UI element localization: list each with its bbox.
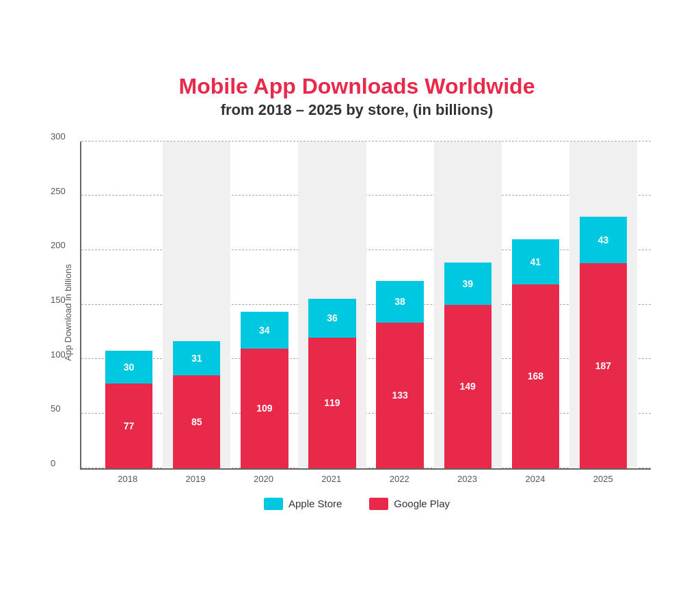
bar-google: 187 — [580, 263, 627, 468]
bar-apple: 41 — [512, 239, 559, 284]
legend-google: Google Play — [369, 498, 450, 510]
chart-title-sub: from 2018 – 2025 by store, (in billions) — [63, 100, 651, 121]
legend-apple-color — [264, 498, 283, 510]
x-tick-label: 2024 — [501, 474, 569, 484]
bar-apple: 38 — [376, 281, 423, 323]
bar-apple: 31 — [173, 341, 220, 375]
x-tick-label: 2021 — [297, 474, 365, 484]
chart-title: Mobile App Downloads Worldwide from 2018… — [63, 73, 651, 120]
legend: Apple Store Google Play — [63, 498, 651, 510]
chart-title-main: Mobile App Downloads Worldwide — [63, 73, 651, 99]
y-tick-label: 0 — [51, 458, 55, 468]
bar-group: 7730 — [95, 142, 163, 468]
legend-google-label: Google Play — [394, 498, 450, 509]
bar-google: 133 — [376, 323, 423, 468]
bar-google: 77 — [105, 384, 152, 468]
bar-group: 18743 — [569, 142, 637, 468]
bar-apple: 39 — [444, 263, 492, 305]
chart-plot: 050100150200250300 773085311093411936133… — [80, 142, 651, 484]
bar-stack: 13338 — [376, 281, 423, 468]
bar-stack: 11936 — [308, 299, 355, 468]
bars-container: 77308531109341193613338149391684118743 — [81, 142, 651, 468]
grid-area: 050100150200250300 773085311093411936133… — [80, 142, 651, 470]
bar-stack: 7730 — [105, 351, 152, 468]
y-tick-label: 50 — [51, 403, 60, 414]
bar-google: 119 — [308, 338, 355, 468]
x-tick-label: 2025 — [569, 474, 637, 484]
bar-google: 149 — [444, 305, 492, 468]
y-tick-label: 300 — [51, 131, 66, 142]
bar-google: 109 — [241, 349, 288, 468]
y-tick-label: 150 — [51, 295, 66, 305]
bar-group: 16841 — [502, 142, 569, 468]
legend-apple: Apple Store — [264, 498, 342, 510]
bar-apple: 43 — [580, 217, 627, 264]
x-tick-label: 2018 — [94, 474, 161, 484]
x-tick-label: 2020 — [230, 474, 297, 484]
legend-apple-label: Apple Store — [288, 498, 342, 509]
bar-apple: 30 — [105, 351, 152, 384]
bar-google: 85 — [173, 375, 220, 468]
legend-google-color — [369, 498, 388, 510]
x-tick-label: 2023 — [433, 474, 501, 484]
bar-stack: 18743 — [580, 217, 627, 468]
bar-group: 8531 — [163, 142, 230, 468]
x-tick-label: 2019 — [161, 474, 229, 484]
chart-container: Mobile App Downloads Worldwide from 2018… — [22, 53, 678, 537]
y-tick-label: 200 — [51, 240, 66, 250]
bar-stack: 10934 — [241, 312, 288, 468]
bar-group: 10934 — [230, 142, 298, 468]
bar-group: 14939 — [434, 142, 502, 468]
bar-stack: 8531 — [173, 341, 220, 468]
bar-group: 13338 — [366, 142, 434, 468]
x-tick-label: 2022 — [366, 474, 433, 484]
bar-stack: 16841 — [512, 239, 559, 468]
bar-google: 168 — [512, 284, 559, 468]
x-labels: 20182019202020212022202320242025 — [80, 474, 651, 484]
bar-apple: 36 — [308, 299, 355, 338]
bar-group: 11936 — [298, 142, 366, 468]
y-tick-label: 250 — [51, 185, 66, 196]
bar-apple: 34 — [241, 312, 288, 349]
bar-stack: 14939 — [444, 263, 492, 468]
chart-area: App Download in billions 050100150200250… — [63, 142, 651, 484]
y-tick-label: 100 — [51, 349, 66, 359]
